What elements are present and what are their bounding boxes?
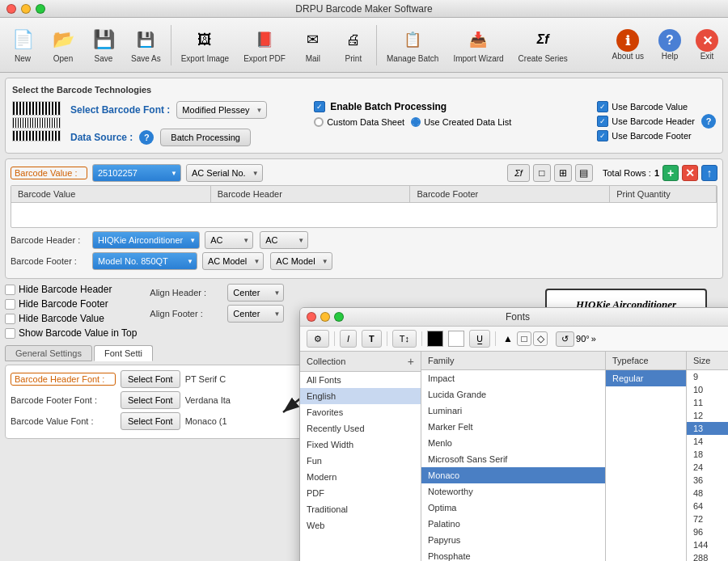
use-barcode-header-option[interactable]: ✓ Use Barcode Header ?: [597, 114, 716, 129]
size-64[interactable]: 64: [687, 500, 728, 512]
delete-row-button[interactable]: ✕: [682, 165, 698, 181]
size-11[interactable]: 11: [687, 396, 728, 409]
value-select-font-button[interactable]: Select Font: [121, 412, 180, 430]
hide-value-cb[interactable]: Hide Barcode Value: [5, 313, 137, 324]
barcode-value-input[interactable]: 25102257: [92, 164, 181, 182]
fonts-bold-button[interactable]: T: [362, 330, 382, 348]
barcode-header-info-button[interactable]: ?: [701, 114, 716, 129]
use-barcode-value-option[interactable]: ✓ Use Barcode Value: [597, 101, 716, 112]
size-288[interactable]: 288: [687, 551, 728, 561]
minimize-icon[interactable]: [21, 4, 31, 14]
toolbar-print[interactable]: 🖨 Print: [334, 21, 373, 70]
size-18[interactable]: 18: [687, 448, 728, 461]
toolbar-create-series[interactable]: Σf Create Series: [512, 21, 574, 70]
toolbar-import-wizard[interactable]: 📥 Import Wizard: [447, 21, 510, 70]
barcode-header-ac-dropdown[interactable]: AC: [205, 231, 253, 249]
barcode-footer-dropdown[interactable]: Model No. 850QT: [92, 252, 197, 270]
rotate-diamond-icon[interactable]: ◇: [533, 331, 548, 346]
family-optima[interactable]: Optima: [421, 500, 605, 516]
fonts-size-button[interactable]: T↕: [392, 330, 417, 348]
size-72[interactable]: 72: [687, 512, 728, 525]
field-icon-1[interactable]: □: [533, 164, 551, 182]
hide-header-cb[interactable]: Hide Barcode Header: [5, 284, 137, 295]
data-source-info-button[interactable]: ?: [139, 130, 154, 145]
use-created-data-option[interactable]: Use Created Data List: [411, 117, 511, 127]
rotation-arrow-button[interactable]: »: [591, 334, 596, 344]
align-header-dropdown[interactable]: Center: [227, 284, 284, 302]
barcode-footer-ac2-dropdown[interactable]: AC Model: [270, 252, 332, 270]
typeface-regular[interactable]: Regular: [606, 370, 686, 386]
help-button[interactable]: ? Help: [652, 21, 688, 70]
field-icon-2[interactable]: ⊞: [554, 164, 572, 182]
collection-add-button[interactable]: +: [408, 355, 414, 368]
fonts-color-black[interactable]: [427, 331, 443, 347]
exit-button[interactable]: ✕ Exit: [689, 21, 725, 70]
tab-font-settings[interactable]: Font Setti: [94, 345, 153, 361]
add-row-button[interactable]: +: [662, 165, 679, 181]
collection-recently-used[interactable]: Recently Used: [300, 420, 421, 437]
batch-processing-button[interactable]: Batch Processing: [160, 129, 251, 146]
collection-pdf[interactable]: PDF: [300, 485, 421, 501]
collection-fun[interactable]: Fun: [300, 453, 421, 469]
tab-general-settings[interactable]: General Settings: [5, 345, 92, 361]
rotation-left-button[interactable]: ↺: [556, 331, 574, 347]
size-9[interactable]: 9: [687, 370, 728, 383]
collection-english[interactable]: English: [300, 388, 421, 404]
family-phosphate[interactable]: Phosphate: [421, 548, 605, 561]
barcode-value-ac-dropdown[interactable]: AC Serial No.: [186, 164, 263, 182]
size-144[interactable]: 144: [687, 538, 728, 551]
family-luminari[interactable]: Luminari: [421, 403, 605, 419]
size-13[interactable]: 13: [687, 422, 728, 435]
fonts-maximize-icon[interactable]: [334, 312, 344, 322]
family-menlo[interactable]: Menlo: [421, 435, 605, 451]
family-marker-felt[interactable]: Marker Felt: [421, 419, 605, 435]
fonts-color-white[interactable]: [448, 331, 464, 347]
footer-select-font-button[interactable]: Select Font: [121, 391, 180, 409]
maximize-icon[interactable]: [36, 4, 45, 14]
hide-footer-cb[interactable]: Hide Barcode Footer: [5, 298, 137, 310]
toolbar-export-pdf[interactable]: 📕 Export PDF: [237, 21, 292, 70]
family-palatino[interactable]: Palatino: [421, 516, 605, 532]
size-12[interactable]: 12: [687, 409, 728, 422]
family-microsoft-sans-serif[interactable]: Microsoft Sans Serif: [421, 451, 605, 467]
collection-modern[interactable]: Modern: [300, 469, 421, 485]
toolbar-manage-batch[interactable]: 📋 Manage Batch: [380, 21, 446, 70]
up-row-button[interactable]: ↑: [701, 165, 717, 181]
field-icon-3[interactable]: ▤: [575, 164, 593, 182]
show-value-top-cb[interactable]: Show Barcode Value in Top: [5, 327, 137, 339]
close-icon[interactable]: [6, 4, 16, 14]
barcode-header-ac2-dropdown[interactable]: AC: [260, 231, 308, 249]
use-barcode-footer-option[interactable]: ✓ Use Barcode Footer: [597, 130, 716, 141]
size-48[interactable]: 48: [687, 487, 728, 500]
barcode-font-dropdown[interactable]: Modified Plessey: [176, 101, 266, 119]
collection-all-fonts[interactable]: All Fonts: [300, 372, 421, 388]
family-noteworthy[interactable]: Noteworthy: [421, 483, 605, 500]
fonts-underline-button[interactable]: U̲: [469, 330, 490, 348]
arrow-up-icon[interactable]: ▲: [501, 331, 515, 346]
collection-web[interactable]: Web: [300, 517, 421, 534]
fonts-italic-button[interactable]: I: [340, 330, 357, 348]
formula-icon[interactable]: Σf: [507, 164, 530, 182]
family-lucida-grande[interactable]: Lucida Grande: [421, 386, 605, 403]
toolbar-save[interactable]: 💾 Save: [84, 21, 123, 70]
barcode-header-dropdown[interactable]: HIQKie Airconditioner: [92, 231, 200, 249]
custom-data-sheet-option[interactable]: Custom Data Sheet: [314, 117, 404, 127]
fonts-minimize-icon[interactable]: [320, 312, 330, 322]
toolbar-mail[interactable]: ✉ Mail: [294, 21, 332, 70]
align-footer-dropdown[interactable]: Center: [227, 305, 284, 323]
collection-favorites[interactable]: Favorites: [300, 404, 421, 420]
header-select-font-button[interactable]: Select Font: [121, 370, 180, 388]
barcode-footer-ac-dropdown[interactable]: AC Model: [202, 252, 264, 270]
family-papyrus[interactable]: Papyrus: [421, 532, 605, 548]
size-96[interactable]: 96: [687, 525, 728, 538]
fonts-close-icon[interactable]: [307, 312, 316, 322]
toolbar-export-image[interactable]: 🖼 Export Image: [175, 21, 235, 70]
fonts-gear-button[interactable]: ⚙: [307, 330, 329, 348]
family-impact[interactable]: Impact: [421, 370, 605, 386]
size-10[interactable]: 10: [687, 383, 728, 396]
size-14[interactable]: 14: [687, 435, 728, 448]
size-24[interactable]: 24: [687, 461, 728, 474]
toolbar-save-as[interactable]: 💾 Save As: [125, 21, 167, 70]
collection-traditional[interactable]: Traditional: [300, 501, 421, 517]
toolbar-open[interactable]: 📂 Open: [44, 21, 83, 70]
